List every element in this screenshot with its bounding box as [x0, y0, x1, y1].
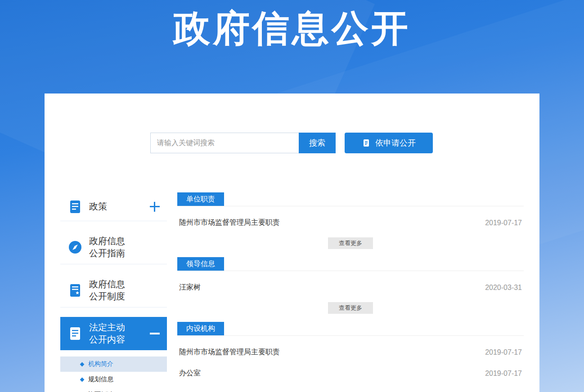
- sidebar-item-label: 政策: [89, 200, 130, 213]
- page-header: 政府信息公开: [0, 0, 584, 94]
- list-item-title[interactable]: 随州市市场监督管理局主要职责: [179, 218, 280, 227]
- minus-icon: [150, 329, 160, 339]
- section-internal-orgs: 内设机构 随州市市场监督管理局主要职责 2019-07-17 办公室 2019-…: [177, 322, 524, 378]
- apply-disclosure-button[interactable]: 依申请公开: [345, 133, 433, 153]
- list-item-date: 2020-03-31: [485, 284, 522, 292]
- section-header: 内设机构: [177, 322, 524, 336]
- compass-icon: [67, 240, 83, 255]
- section-unit-duties: 单位职责 随州市市场监督管理局主要职责 2019-07-17 查看更多: [177, 192, 524, 249]
- page-title: 政府信息公开: [0, 0, 584, 53]
- sidebar-subitem-org-profile[interactable]: 机构简介: [60, 356, 167, 372]
- sidebar-item-label: 政府信息公开指南: [89, 235, 130, 259]
- sidebar-subitem-planning-info[interactable]: 规划信息: [60, 372, 167, 387]
- sidebar-item-statutory-disclosure[interactable]: 法定主动公开内容: [60, 317, 167, 350]
- document-icon: [67, 199, 83, 214]
- apply-disclosure-label: 依申请公开: [375, 138, 416, 148]
- main-list-area: 单位职责 随州市市场监督管理局主要职责 2019-07-17 查看更多 领导信息…: [177, 192, 524, 378]
- section-leader-info: 领导信息 汪家树 2020-03-31 查看更多: [177, 257, 524, 314]
- section-tab: 内设机构: [177, 322, 224, 335]
- list-item: 随州市市场监督管理局主要职责 2019-07-17: [177, 218, 524, 227]
- view-more-button[interactable]: 查看更多: [328, 302, 373, 314]
- section-tab: 单位职责: [177, 192, 224, 206]
- list-item-title[interactable]: 汪家树: [179, 283, 201, 292]
- subitem-label: 机构简介: [88, 360, 113, 368]
- content-area: 政策 政府信息公开指南: [45, 192, 539, 392]
- sidebar-item-disclosure-system[interactable]: 政府信息公开制度: [60, 274, 167, 307]
- search-input[interactable]: [150, 133, 299, 153]
- plus-icon: [150, 202, 160, 212]
- search-row: 搜索 依申请公开: [45, 94, 539, 153]
- document-icon: [67, 326, 83, 341]
- list-item: 汪家树 2020-03-31: [177, 283, 524, 292]
- document-star-icon: [67, 283, 83, 298]
- subitem-label: 规划信息: [88, 375, 113, 383]
- main-card: 搜索 依申请公开: [45, 94, 539, 392]
- search-button[interactable]: 搜索: [299, 133, 336, 153]
- search-group: 搜索: [150, 133, 336, 153]
- section-header: 单位职责: [177, 192, 524, 206]
- sidebar-item-policy[interactable]: 政策: [60, 192, 167, 221]
- list-item-date: 2019-07-17: [485, 219, 522, 227]
- sidebar-sub-list: 机构简介 规划信息 许可/服务: [60, 350, 167, 392]
- section-header: 领导信息: [177, 257, 524, 271]
- diamond-icon: [80, 362, 85, 366]
- sidebar-item-label: 法定主动公开内容: [89, 321, 130, 346]
- list-item: 办公室 2019-07-17: [177, 369, 524, 378]
- list-item-date: 2019-07-17: [485, 348, 522, 356]
- sidebar-item-label: 政府信息公开制度: [89, 278, 130, 303]
- list-item-title[interactable]: 办公室: [179, 369, 201, 378]
- view-more-button[interactable]: 查看更多: [328, 237, 373, 249]
- list-item-title[interactable]: 随州市市场监督管理局主要职责: [179, 347, 280, 357]
- list-item: 随州市市场监督管理局主要职责 2019-07-17: [177, 347, 524, 357]
- diamond-icon: [80, 377, 85, 382]
- sidebar: 政策 政府信息公开指南: [60, 192, 167, 392]
- section-tab: 领导信息: [177, 257, 224, 271]
- sidebar-item-disclosure-guide[interactable]: 政府信息公开指南: [60, 231, 167, 264]
- sidebar-subitem-license-service[interactable]: 许可/服务: [60, 387, 167, 392]
- apply-disclosure-icon: [362, 138, 371, 147]
- list-item-date: 2019-07-17: [485, 370, 522, 378]
